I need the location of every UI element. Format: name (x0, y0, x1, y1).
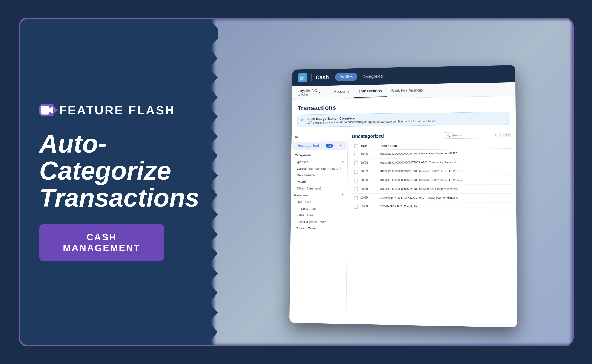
row-description: UNIQUE ID:000000910057700 Cityville/ENTR… (380, 178, 509, 182)
page-title: Transactions (297, 101, 509, 112)
table-header: Date ↓ Description (352, 141, 511, 150)
nav-tabs: Profiles Categories (335, 72, 387, 81)
filter-icon[interactable]: ⊞ ▾ (503, 133, 511, 137)
row-checkbox[interactable] (354, 170, 358, 174)
uncategorized-badge: 63 (326, 143, 333, 148)
row-date: 10/09 (360, 161, 377, 164)
sort-arrow-icon: ↓ (368, 145, 369, 147)
row-description: COMPANY NAME: Electric De... ... (380, 205, 509, 209)
column-header-date[interactable]: Date ↓ (361, 144, 378, 148)
table-row[interactable]: 10/09 UNIQUE ID:000000910057700 NAME: Co… (352, 158, 512, 168)
feature-flash-label: FEATURE FLASH (59, 103, 176, 117)
app-logo (298, 73, 307, 82)
category-other-expenses[interactable]: Other (Expenses) (291, 185, 347, 191)
revenues-group-header[interactable]: Revenues ∧ (291, 191, 347, 199)
location-chevron-icon: ▼ (318, 91, 321, 94)
expenses-collapse-icon: ∧ (342, 160, 344, 163)
filter-all[interactable]: All (291, 133, 347, 141)
row-description: COMPANY NAME: City Taxes/ Wire Transfer … (380, 196, 509, 200)
feature-flash-badge: FEATURE FLASH (39, 103, 194, 117)
row-date: 10/09 (360, 205, 377, 208)
table-row[interactable]: 10/09 COMPANY NAME: Electric De... ... (351, 202, 512, 212)
row-description: UNIQUE ID:000000910057700 NAME: Fire Dep… (380, 151, 509, 156)
header-divider (311, 74, 311, 81)
uncategorized-label: Uncategorized (296, 144, 319, 148)
svg-rect-3 (300, 77, 304, 78)
row-description: UNIQUE ID:000000910057700 Cityville/ENTR… (380, 169, 509, 173)
category-payroll[interactable]: Payroll (291, 178, 347, 185)
category-debt-service[interactable]: Debt Service (291, 172, 347, 178)
edit-icon: ✎ (340, 167, 342, 170)
expenses-group-header[interactable]: Expenses ∧ (291, 158, 347, 165)
sub-tab-accounts[interactable]: Accounts (329, 86, 354, 98)
table-row[interactable]: 10/09 UNIQUE ID:000000910057700 Cityvill… (352, 167, 512, 176)
location-city-state: Cityville, NC (298, 89, 317, 93)
nav-tab-profiles[interactable]: Profiles (335, 73, 357, 81)
svg-rect-0 (40, 106, 49, 115)
table-row[interactable]: 10/09 UNIQUE ID:000000910057700 Cityvill… (351, 185, 512, 194)
sub-tab-bank-fee-analysis[interactable]: Bank Fee Analysis (386, 85, 427, 97)
row-checkbox[interactable] (354, 196, 358, 200)
categories-header: Categories (291, 151, 347, 158)
content-area: All Uncategorized 63 ▼ Categories Expens… (289, 128, 517, 327)
location-name: Cityville (298, 93, 317, 97)
search-icon: 🔍 (447, 134, 450, 137)
category-sewer-water[interactable]: Sewer & Water Taxes (290, 218, 347, 225)
category-sales-taxes[interactable]: Sales Taxes (290, 212, 347, 219)
sub-nav-tabs: Accounts Transactions Bank Fee Analysis (329, 85, 428, 98)
alert-banner: ⚙ Auto-categorization Complete 157 trans… (297, 112, 509, 127)
search-input[interactable]: Search (452, 133, 493, 137)
clear-search-icon[interactable]: ✕ (495, 133, 498, 137)
cash-management-label: CASH MANAGEMENT (52, 232, 151, 253)
row-date: 10/09 (360, 178, 377, 182)
panel-title: Uncategorized (352, 133, 384, 139)
transactions-panel: Uncategorized 🔍 Search ✕ ⊞ ▾ (346, 128, 517, 327)
svg-rect-2 (300, 76, 304, 77)
table-row[interactable]: 10/09 UNIQUE ID:000000910057700 NAME: Fi… (352, 149, 511, 159)
revenues-collapse-icon: ∧ (341, 193, 344, 197)
outer-card: FEATURE FLASH Auto-Categorize Transactio… (19, 18, 573, 346)
uncategorized-expand-icon: ▼ (339, 144, 342, 147)
sub-tab-transactions[interactable]: Transactions (354, 85, 386, 98)
uncategorized-filter[interactable]: Uncategorized 63 ▼ (293, 141, 346, 150)
nav-tab-categories[interactable]: Categories (358, 72, 387, 81)
row-description: UNIQUE ID:000000910057700 Cityville, NC … (380, 187, 509, 191)
svg-rect-5 (300, 79, 303, 79)
page-content: Transactions ⚙ Auto-categorization Compl… (292, 96, 516, 127)
row-checkbox[interactable] (354, 153, 358, 156)
category-gas-taxes[interactable]: Gas Taxes (291, 199, 347, 205)
location-selector[interactable]: Cityville, NC Cityville ▼ (298, 86, 321, 99)
left-panel: FEATURE FLASH Auto-Categorize Transactio… (20, 86, 214, 278)
screenshot-container: Cash Profiles Categories Cityville, NC C… (289, 65, 517, 328)
row-checkbox[interactable] (354, 179, 358, 183)
row-date: 10/09 (360, 152, 377, 156)
svg-marker-1 (49, 106, 53, 114)
search-bar[interactable]: 🔍 Search ✕ (444, 132, 500, 139)
row-date: 10/09 (360, 196, 377, 199)
svg-rect-4 (300, 78, 304, 79)
category-property-taxes[interactable]: Property Taxes (290, 205, 347, 212)
row-description: UNIQUE ID:000000910057700 NAME: Communit… (380, 160, 509, 165)
video-camera-icon (39, 104, 54, 116)
row-date: 10/09 (360, 187, 377, 190)
row-date: 10/09 (360, 169, 377, 173)
row-checkbox[interactable] (354, 161, 358, 165)
cash-management-button[interactable]: CASH MANAGEMENT (39, 224, 164, 261)
column-header-description: Description (380, 143, 509, 148)
table-row[interactable]: 10/09 COMPANY NAME: City Taxes/ Wire Tra… (351, 194, 512, 203)
app-title: Cash (316, 74, 329, 81)
alert-icon: ⚙ (301, 117, 305, 123)
row-checkbox[interactable] (354, 187, 358, 191)
category-tourism-taxes[interactable]: Tourism Taxes (290, 225, 347, 232)
category-capital-improvement[interactable]: Capital Improvement Projects ✎ (291, 165, 347, 172)
right-panel: Cash Profiles Categories Cityville, NC C… (214, 19, 572, 345)
row-checkbox[interactable] (354, 205, 358, 209)
sidebar: All Uncategorized 63 ▼ Categories Expens… (289, 130, 348, 327)
screenshot-wrapper: Cash Profiles Categories Cityville, NC C… (280, 53, 506, 311)
panel-header: Uncategorized 🔍 Search ✕ ⊞ ▾ (352, 131, 511, 139)
main-title: Auto-Categorize Transactions (39, 130, 194, 211)
table-row[interactable]: 10/09 UNIQUE ID:000000910057700 Cityvill… (351, 176, 512, 185)
